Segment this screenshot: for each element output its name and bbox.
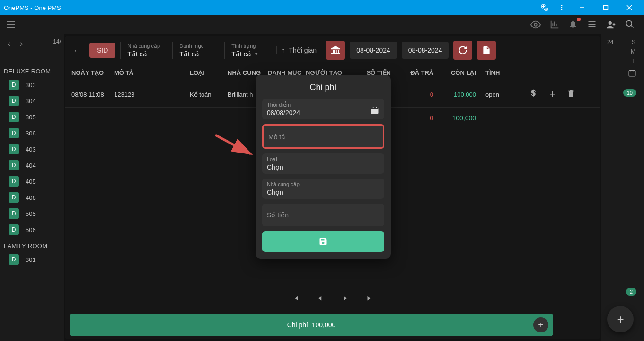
room-badge: D: [9, 176, 19, 187]
bank-button[interactable]: [326, 41, 345, 60]
room-item[interactable]: D506: [0, 222, 64, 238]
add-icon[interactable]: +: [549, 88, 556, 100]
fab-add-button[interactable]: +: [607, 306, 634, 332]
room-item[interactable]: D406: [0, 189, 64, 206]
filter-label: Nhà cung cấp: [127, 43, 161, 49]
room-item[interactable]: D303: [0, 77, 64, 93]
pagination: [65, 288, 600, 311]
minimize-button[interactable]: [571, 0, 593, 15]
sid-button[interactable]: SID: [89, 43, 115, 58]
col-mota: MÔ TẢ: [114, 69, 190, 76]
vertical-dots-icon[interactable]: [554, 0, 569, 15]
page-next-button[interactable]: [341, 294, 349, 305]
size-m[interactable]: M: [631, 48, 635, 55]
search-icon[interactable]: [625, 19, 635, 30]
room-item[interactable]: D304: [0, 93, 64, 109]
modal-amount-field[interactable]: Số tiền: [262, 204, 384, 226]
refresh-button[interactable]: [453, 41, 472, 60]
delete-icon[interactable]: [567, 89, 575, 100]
filter-nhacungcap[interactable]: Nhà cung cấp Tất cả: [120, 42, 168, 59]
back-button[interactable]: ←: [71, 45, 85, 56]
col-tinh: TÌNH: [476, 69, 504, 76]
svg-point-0: [561, 5, 563, 6]
date-from[interactable]: 08-08-2024: [350, 42, 397, 59]
filter-danhmuc[interactable]: Danh mục Tất cả: [172, 42, 220, 59]
app-header: [0, 15, 644, 34]
cell-datra: 0: [391, 91, 433, 98]
room-badge: D: [9, 144, 19, 154]
app-title: OnePMS - One PMS: [4, 4, 61, 11]
expense-modal: Chi phí Thời điểm 08/08/2024 Mô tả Loại …: [256, 75, 391, 259]
modal-supplier-field[interactable]: Nhà cung cấp Chọn: [262, 179, 384, 199]
svg-point-12: [626, 21, 632, 27]
room-item[interactable]: D301: [0, 251, 64, 268]
svg-line-13: [631, 26, 634, 28]
placeholder: Mô tả: [268, 133, 378, 141]
next-date-button[interactable]: ›: [20, 39, 23, 49]
room-badge: D: [9, 208, 19, 219]
svg-rect-9: [589, 24, 596, 25]
summary-bar: Chi phí: 100,000 +: [70, 314, 553, 336]
svg-rect-4: [604, 6, 608, 10]
save-button[interactable]: [262, 231, 384, 252]
modal-description-field[interactable]: Mô tả: [262, 124, 384, 149]
calendar-icon[interactable]: [628, 69, 636, 80]
room-badge: D: [9, 192, 19, 203]
col-datra: ĐÃ TRẢ: [391, 69, 433, 76]
visibility-icon[interactable]: [530, 19, 541, 30]
list-icon[interactable]: [587, 19, 598, 30]
dollar-icon[interactable]: [529, 89, 538, 100]
room-item[interactable]: D505: [0, 206, 64, 222]
field-label: Nhà cung cấp: [267, 181, 379, 188]
field-label: Thời điểm: [267, 102, 379, 108]
room-item[interactable]: D306: [0, 125, 64, 141]
page-last-button[interactable]: [365, 294, 374, 305]
field-label: Loại: [267, 156, 379, 162]
modal-type-field[interactable]: Loại Chọn: [262, 153, 384, 174]
col-loai: LOẠI: [190, 69, 228, 76]
calendar-icon[interactable]: [370, 106, 379, 117]
room-item[interactable]: D305: [0, 109, 64, 125]
room-group-family: FAMILY ROOM: [0, 238, 64, 251]
room-badge: D: [9, 160, 19, 170]
page-first-button[interactable]: [291, 294, 300, 305]
svg-point-2: [561, 9, 563, 10]
field-value: 08/08/2024: [267, 109, 379, 117]
svg-point-7: [534, 23, 537, 26]
page-prev-button[interactable]: [316, 294, 325, 305]
room-item[interactable]: D404: [0, 157, 64, 173]
room-badge: D: [9, 254, 19, 265]
rail-badge-1: 10: [623, 89, 636, 97]
close-button[interactable]: [618, 0, 640, 15]
room-item[interactable]: D403: [0, 141, 64, 157]
room-badge: D: [9, 224, 19, 235]
room-badge: D: [9, 80, 19, 90]
filter-tinhtrang[interactable]: Tình trạng Tất cả▼: [224, 42, 272, 59]
extension-icon[interactable]: [537, 0, 552, 15]
menu-button[interactable]: [4, 18, 18, 32]
svg-rect-14: [629, 70, 635, 76]
room-badge: D: [9, 112, 19, 122]
summary-add-button[interactable]: +: [533, 317, 548, 332]
summary-text: Chi phí: 100,000: [287, 321, 336, 329]
add-user-icon[interactable]: [606, 19, 617, 30]
chart-icon[interactable]: [549, 19, 560, 30]
date-to[interactable]: 08-08-2024: [402, 42, 449, 59]
rail-badge-2: 2: [626, 288, 636, 296]
modal-datetime-field[interactable]: Thời điểm 08/08/2024: [262, 99, 384, 119]
room-badge: D: [9, 96, 19, 106]
field-value: Chọn: [267, 188, 379, 196]
maximize-button[interactable]: [595, 0, 617, 15]
col-conlai: CÒN LẠI: [433, 69, 476, 76]
size-s[interactable]: S: [632, 39, 635, 45]
export-button[interactable]: [477, 41, 496, 60]
sum-datra: 0: [391, 114, 433, 122]
svg-rect-10: [589, 26, 596, 27]
size-l[interactable]: L: [632, 58, 635, 64]
right-rail: 24 S M L 10 2: [601, 34, 644, 341]
room-group-deluxe: DELUXE ROOM: [0, 63, 64, 77]
prev-date-button[interactable]: ‹: [8, 39, 10, 49]
notification-icon[interactable]: [568, 19, 579, 30]
time-sort[interactable]: ↑ Thời gian: [276, 46, 321, 54]
room-item[interactable]: D405: [0, 173, 64, 189]
